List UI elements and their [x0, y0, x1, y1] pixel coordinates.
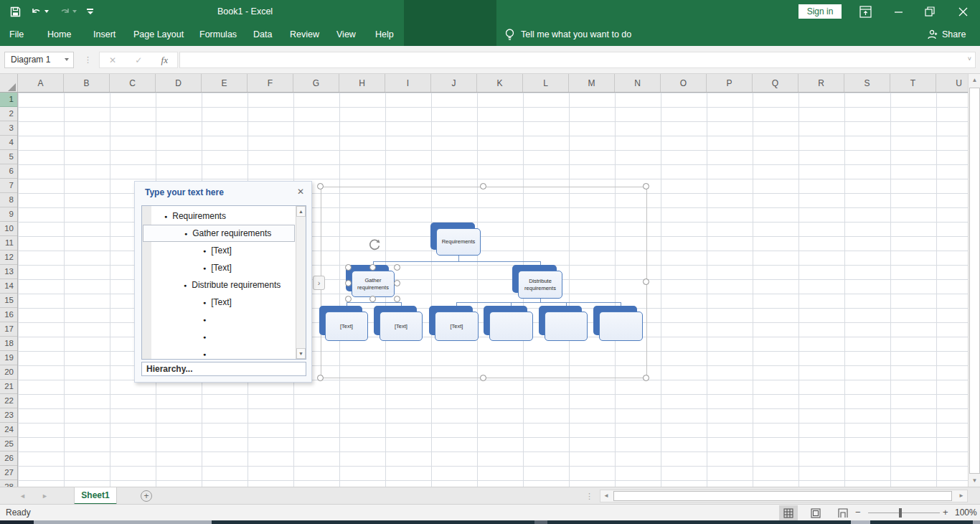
- column-header-f[interactable]: F: [248, 74, 293, 93]
- customize-qat-icon[interactable]: [87, 9, 93, 14]
- node-shape[interactable]: [Text]: [435, 312, 479, 341]
- tell-me-box[interactable]: Tell me what you want to do: [504, 23, 631, 46]
- prev-sheet-icon[interactable]: ◄: [19, 487, 26, 505]
- column-header-h[interactable]: H: [339, 74, 385, 93]
- undo-button[interactable]: [31, 6, 49, 17]
- smartart-node[interactable]: [599, 312, 643, 341]
- selection-handle[interactable]: [480, 183, 486, 190]
- scroll-right-icon[interactable]: ►: [956, 490, 967, 502]
- formula-input[interactable]: ˅: [179, 52, 976, 68]
- smartart-node[interactable]: [489, 312, 533, 341]
- scroll-up-button[interactable]: ▲: [969, 74, 980, 86]
- selection-handle[interactable]: [643, 279, 649, 285]
- row-header-21[interactable]: 21: [0, 380, 18, 394]
- column-header-i[interactable]: I: [385, 74, 431, 93]
- zoom-level[interactable]: 100%: [955, 505, 977, 520]
- text-pane-close-icon[interactable]: ✕: [297, 187, 304, 197]
- page-break-view-button[interactable]: [834, 505, 852, 520]
- text-pane-toggle-button[interactable]: ›: [313, 276, 325, 290]
- text-pane-item[interactable]: ●[Text]: [143, 294, 295, 311]
- column-header-s[interactable]: S: [844, 74, 890, 93]
- column-header-c[interactable]: C: [110, 74, 156, 93]
- shape-selection-handle[interactable]: [394, 296, 400, 302]
- row-header-24[interactable]: 24: [0, 423, 18, 437]
- column-header-j[interactable]: J: [431, 74, 477, 93]
- shape-selection-handle[interactable]: [394, 264, 400, 271]
- zoom-slider-track[interactable]: [868, 513, 940, 513]
- selection-handle[interactable]: [480, 375, 486, 381]
- node-shape[interactable]: [545, 312, 588, 341]
- column-header-k[interactable]: K: [477, 74, 523, 93]
- node-shape[interactable]: [Text]: [325, 312, 368, 341]
- row-header-10[interactable]: 10: [0, 222, 18, 236]
- selection-handle[interactable]: [643, 375, 649, 381]
- row-header-5[interactable]: 5: [0, 150, 18, 164]
- shape-selection-handle[interactable]: [345, 264, 352, 271]
- shape-selection-handle[interactable]: [369, 264, 376, 271]
- tab-data[interactable]: Data: [253, 23, 272, 46]
- text-pane-item[interactable]: ●[Text]: [143, 242, 295, 259]
- column-header-m[interactable]: M: [569, 74, 615, 93]
- formula-bar-expand-icon[interactable]: ˅: [968, 55, 971, 62]
- name-box-dropdown-icon[interactable]: [65, 58, 69, 61]
- row-header-2[interactable]: 2: [0, 107, 18, 121]
- tab-view[interactable]: View: [336, 23, 356, 46]
- row-header-20[interactable]: 20: [0, 365, 18, 380]
- row-header-6[interactable]: 6: [0, 164, 18, 179]
- column-header-t[interactable]: T: [890, 74, 936, 93]
- minimize-button[interactable]: [888, 0, 908, 23]
- text-pane-item[interactable]: ●Distribute requirements: [143, 276, 295, 294]
- restore-button[interactable]: [920, 0, 940, 23]
- node-shape[interactable]: [599, 312, 643, 341]
- shape-selection-handle[interactable]: [369, 296, 376, 302]
- row-header-19[interactable]: 19: [0, 351, 18, 365]
- new-sheet-button[interactable]: +: [141, 490, 152, 502]
- row-header-11[interactable]: 11: [0, 236, 18, 251]
- node-shape[interactable]: Gather requirements: [352, 271, 395, 297]
- smartart-node[interactable]: [Text]: [435, 312, 479, 341]
- row-header-18[interactable]: 18: [0, 337, 18, 351]
- formula-bar-splitter[interactable]: ⋮: [84, 52, 92, 68]
- selection-handle[interactable]: [317, 183, 324, 190]
- text-pane-item[interactable]: ●Gather requirements: [143, 225, 295, 242]
- column-header-g[interactable]: G: [293, 74, 339, 93]
- row-header-28[interactable]: 28: [0, 480, 18, 487]
- next-sheet-icon[interactable]: ►: [42, 487, 48, 505]
- scroll-up-icon[interactable]: ▲: [296, 206, 306, 217]
- smartart-node[interactable]: [Text]: [380, 312, 423, 341]
- ribbon-display-options-icon[interactable]: [855, 0, 875, 23]
- row-header-13[interactable]: 13: [0, 265, 18, 279]
- smartart-node[interactable]: Gather requirements: [352, 271, 395, 297]
- row-header-14[interactable]: 14: [0, 279, 18, 294]
- column-header-q[interactable]: Q: [753, 74, 798, 93]
- row-header-1[interactable]: 1: [0, 93, 18, 107]
- row-header-26[interactable]: 26: [0, 452, 18, 466]
- column-header-a[interactable]: A: [18, 74, 64, 93]
- tab-insert[interactable]: Insert: [93, 23, 116, 46]
- close-button[interactable]: [953, 0, 973, 23]
- smartart-node[interactable]: [545, 312, 588, 341]
- tab-page-layout[interactable]: Page Layout: [133, 23, 184, 46]
- row-header-25[interactable]: 25: [0, 437, 18, 452]
- text-pane-scrollbar[interactable]: ▲ ▼: [296, 206, 306, 359]
- scroll-down-button[interactable]: ▼: [969, 474, 980, 487]
- vertical-scroll-thumb[interactable]: [969, 88, 980, 474]
- sheet-tab-sheet1[interactable]: Sheet1: [74, 487, 117, 505]
- tab-bar-splitter[interactable]: ⋮: [585, 487, 593, 505]
- tab-review[interactable]: Review: [290, 23, 319, 46]
- text-pane-item[interactable]: ●: [143, 345, 295, 360]
- select-all-button[interactable]: [0, 74, 18, 93]
- undo-dropdown-icon[interactable]: [44, 10, 49, 13]
- horizontal-scroll-thumb[interactable]: [613, 491, 952, 501]
- smartart-node[interactable]: [Text]: [325, 312, 368, 341]
- normal-view-button[interactable]: [779, 505, 798, 520]
- selection-handle[interactable]: [643, 183, 649, 190]
- tab-home[interactable]: Home: [47, 23, 71, 46]
- row-header-23[interactable]: 23: [0, 408, 18, 423]
- zoom-slider-thumb[interactable]: [899, 508, 902, 518]
- zoom-out-button[interactable]: −: [855, 505, 861, 520]
- tab-help[interactable]: Help: [375, 23, 394, 46]
- share-button[interactable]: Share: [927, 23, 966, 46]
- node-shape[interactable]: Requirements: [436, 228, 481, 256]
- insert-function-icon[interactable]: fx: [161, 55, 168, 66]
